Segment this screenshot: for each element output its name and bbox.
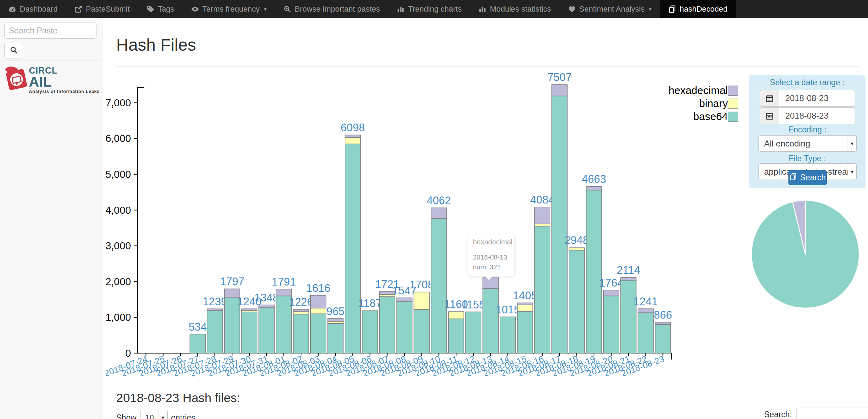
bar-total-label: 965 [326, 305, 345, 318]
encoding-select[interactable]: All encoding ▾ [758, 135, 857, 152]
nav-item-label: Trending charts [408, 5, 462, 14]
search-plus-icon [283, 5, 291, 13]
bar-segment-base64-2018-07-28[interactable] [207, 311, 223, 353]
legend-label: binary [699, 98, 728, 110]
bar-segment-base64-2018-08-07[interactable] [380, 296, 395, 353]
bar-segment-base64-2018-08-18[interactable] [569, 250, 585, 353]
bar-segment-base64-2018-08-15[interactable] [517, 311, 533, 353]
bar-segment-base64-2018-08-21[interactable] [621, 280, 636, 353]
bar-segment-hexadecimal-2018-07-28[interactable] [207, 309, 223, 311]
main-content: Hash Files 01,0002,0003,0004,0005,0006,0… [102, 18, 868, 419]
bar-segment-base64-2018-08-20[interactable] [604, 296, 619, 353]
bar-segment-hexadecimal-2018-08-19[interactable] [586, 186, 602, 190]
search-button[interactable]: Search [788, 170, 827, 185]
bar-segment-base64-2018-08-12[interactable] [466, 312, 481, 353]
bar-segment-hexadecimal-2018-07-31[interactable] [259, 305, 274, 308]
bar-segment-base64-2018-08-23[interactable] [655, 325, 671, 353]
bar-segment-base64-2018-08-04[interactable] [328, 324, 343, 353]
nav-item-tags[interactable]: Tags [138, 0, 182, 18]
date-to-input[interactable] [779, 108, 855, 124]
nav-item-sentiment-analysis[interactable]: Sentiment Analysis▾ [560, 0, 660, 18]
bar-segment-base64-2018-08-03[interactable] [311, 314, 326, 353]
bar-total-label: 1797 [220, 275, 244, 288]
bar-segment-base64-2018-08-08[interactable] [397, 301, 412, 353]
encoding-select-value: All encoding [759, 139, 848, 149]
bar-segment-hexadecimal-2018-08-20[interactable] [604, 290, 619, 296]
bar-segment-binary-2018-08-11[interactable] [448, 312, 464, 319]
y-axis-tick-label: 4,000 [106, 205, 131, 216]
bar-segment-base64-2018-07-31[interactable] [259, 308, 274, 353]
nav-item-dashboard[interactable]: Dashboard [0, 0, 66, 18]
datatable-search-input[interactable] [796, 407, 868, 419]
bar-segment-base64-2018-08-19[interactable] [586, 190, 602, 353]
bar-segment-base64-2018-08-16[interactable] [535, 226, 550, 353]
bar-segment-base64-2018-08-06[interactable] [362, 311, 378, 353]
nav-item-hashdecoded[interactable]: hashDecoded [660, 0, 736, 18]
chart-legend: hexadecimalbinarybase64 [602, 85, 738, 122]
chevron-down-icon: ▾ [158, 410, 167, 419]
tooltip-num: num: 321 [473, 262, 510, 272]
bar-segment-base64-2018-07-30[interactable] [242, 312, 257, 353]
y-axis-tick-label: 2,000 [106, 276, 131, 287]
nav-item-label: Modules statistics [490, 5, 551, 14]
bar-segment-binary-2018-08-05[interactable] [345, 137, 361, 144]
bar-segment-hexadecimal-2018-08-03[interactable] [311, 295, 326, 308]
bar-segment-binary-2018-08-04[interactable] [328, 321, 343, 324]
bar-segment-binary-2018-08-09[interactable] [414, 292, 429, 309]
daily-hash-files-heading: 2018-08-23 Hash files: [116, 391, 240, 405]
tooltip-date: 2018-08-13 [473, 252, 510, 262]
calendar-icon [760, 108, 779, 124]
top-navbar: DashboardPasteSubmitTagsTerms frequency▾… [0, 0, 868, 18]
tag-icon [146, 5, 154, 13]
bar-total-label: 1015 [496, 304, 520, 316]
bar-segment-base64-2018-08-14[interactable] [500, 317, 516, 353]
nav-item-terms-frequency[interactable]: Terms frequency▾ [183, 0, 275, 18]
nav-item-browse-important-pastes[interactable]: Browse important pastes [275, 0, 388, 18]
bar-segment-hexadecimal-2018-08-15[interactable] [517, 303, 533, 305]
legend-item-hexadecimal: hexadecimal [602, 85, 738, 96]
datatable-search-label: Search: [764, 410, 792, 419]
filetype-label: File Type : [749, 154, 866, 163]
bar-total-label: 1155 [462, 299, 485, 311]
date-from-input[interactable] [779, 90, 855, 106]
hash-files-bar-chart: 01,0002,0003,0004,0005,0006,0007,0002018… [106, 68, 680, 382]
bar-segment-hexadecimal-2018-08-04[interactable] [328, 319, 343, 321]
bar-segment-hexadecimal-2018-08-05[interactable] [345, 135, 361, 137]
bar-segment-hexadecimal-2018-08-02[interactable] [293, 309, 309, 312]
bar-segment-binary-2018-08-16[interactable] [535, 224, 550, 226]
search-paste-input[interactable] [4, 23, 96, 39]
nav-item-modules-statistics[interactable]: Modules statistics [470, 0, 560, 18]
bar-segment-hexadecimal-2018-08-08[interactable] [397, 298, 412, 301]
bar-segment-base64-2018-08-17[interactable] [552, 96, 567, 353]
bar-segment-base64-2018-08-05[interactable] [345, 144, 361, 353]
bar-segment-binary-2018-08-18[interactable] [569, 248, 585, 250]
bar-segment-hexadecimal-2018-08-01[interactable] [276, 289, 292, 296]
bar-segment-hexadecimal-2018-08-21[interactable] [621, 277, 636, 280]
bar-segment-hexadecimal-2018-07-30[interactable] [242, 309, 257, 311]
sidebar-search-button[interactable] [4, 43, 23, 58]
bar-segment-base64-2018-08-11[interactable] [448, 319, 464, 353]
bar-total-label: 7507 [547, 71, 572, 83]
legend-label: hexadecimal [669, 85, 728, 96]
bar-segment-binary-2018-08-15[interactable] [517, 305, 533, 311]
nav-item-pastesubmit[interactable]: PasteSubmit [66, 0, 138, 18]
bar-segment-base64-2018-08-13[interactable] [483, 289, 498, 353]
bar-segment-hexadecimal-2018-08-22[interactable] [638, 309, 654, 313]
bar-segment-base64-2018-08-22[interactable] [638, 313, 654, 353]
bar-segment-base64-2018-08-02[interactable] [293, 314, 309, 353]
bar-total-label: 1791 [271, 276, 296, 288]
bar-segment-base64-2018-08-10[interactable] [431, 219, 447, 353]
nav-item-label: Browse important pastes [295, 5, 380, 14]
bar-segment-hexadecimal-2018-08-10[interactable] [431, 208, 447, 219]
bar-segment-hexadecimal-2018-08-23[interactable] [655, 322, 671, 325]
page-length-select[interactable]: 10 ▾ [140, 410, 168, 419]
bar-segment-hexadecimal-2018-08-17[interactable] [552, 85, 567, 96]
sidebar-divider [0, 61, 102, 61]
nav-item-trending-charts[interactable]: Trending charts [388, 0, 470, 18]
bar-segment-binary-2018-08-03[interactable] [311, 308, 326, 314]
bar-segment-hexadecimal-2018-08-16[interactable] [535, 207, 550, 224]
bar-segment-binary-2018-08-02[interactable] [293, 312, 309, 314]
bar-segment-base64-2018-08-09[interactable] [414, 309, 429, 353]
bar-segment-base64-2018-07-27[interactable] [190, 334, 205, 353]
legend-label: base64 [693, 111, 728, 123]
